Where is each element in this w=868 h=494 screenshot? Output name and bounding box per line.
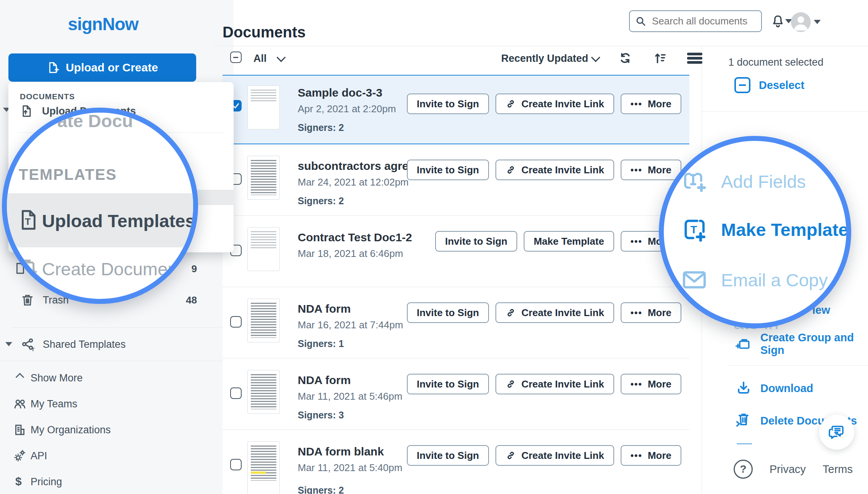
document-thumbnail[interactable] (247, 227, 280, 271)
my-organizations-label: My Organizations (31, 424, 111, 436)
sort-dropdown[interactable]: Recently Updated (501, 53, 588, 65)
svg-text:T: T (691, 223, 697, 236)
invite-to-sign-button[interactable]: Invite to Sign (435, 231, 517, 252)
document-thumbnail[interactable] (247, 441, 280, 494)
document-thumbnail[interactable] (247, 370, 280, 414)
link-icon (505, 98, 516, 109)
row-checkbox[interactable] (230, 459, 242, 470)
document-thumbnail[interactable] (247, 86, 280, 129)
create-invite-link-button[interactable]: Create Invite Link (495, 302, 614, 323)
show-more-label: Show More (31, 372, 83, 384)
make-template-button[interactable]: Make Template (524, 231, 614, 252)
search-input[interactable] (651, 15, 781, 27)
more-button[interactable]: •••More (621, 160, 681, 180)
upload-or-create-button[interactable]: Upload or Create (8, 53, 196, 82)
create-invite-link-button[interactable]: Create Invite Link (495, 160, 614, 180)
more-button[interactable]: •••More (621, 302, 681, 323)
chevron-down-icon[interactable] (591, 53, 600, 62)
document-thumbnail[interactable] (247, 156, 280, 200)
link-icon (505, 165, 516, 175)
search-bar[interactable] (629, 10, 762, 32)
create-group-and-sign-button[interactable]: Create Group and Sign (735, 331, 868, 357)
density-view-icon[interactable] (687, 53, 702, 65)
document-date: Mar 18, 2021 at 6:46pm (298, 248, 403, 260)
email-a-copy-label: Email a Copy (721, 270, 828, 291)
deselect-button[interactable]: Deselect (734, 77, 804, 93)
selected-count-label: 1 document selected (728, 57, 823, 68)
document-title[interactable]: NDA form blank (298, 445, 384, 458)
document-row[interactable]: Sample doc-3-3 Apr 2, 2021 at 2:20pm Sig… (223, 75, 689, 144)
document-row[interactable]: NDA form Mar 11, 2021 at 5:46pm Signers:… (223, 358, 689, 430)
document-row[interactable]: NDA form blank Mar 11, 2021 at 5:40pm Si… (223, 430, 689, 494)
chat-fab-button[interactable] (819, 415, 854, 450)
document-date: Mar 16, 2021 at 7:44pm (298, 319, 403, 331)
select-all-checkbox[interactable] (230, 52, 242, 63)
document-thumbnail[interactable] (247, 299, 280, 342)
share-nodes-icon: T (21, 337, 34, 351)
help-icon[interactable]: ? (734, 460, 753, 479)
document-row[interactable]: Contract Test Doc1-2 Mar 18, 2021 at 6:4… (223, 216, 689, 287)
more-button[interactable]: •••More (621, 445, 681, 466)
templates-section-header: TEMPLATES (19, 166, 117, 183)
filter-dropdown[interactable]: All (253, 53, 267, 65)
sort-order-icon[interactable] (653, 51, 667, 65)
add-fields-item[interactable]: Add Fields (681, 168, 806, 195)
avatar-caret-icon[interactable] (814, 20, 821, 24)
invite-to-sign-button[interactable]: Invite to Sign (407, 445, 489, 466)
deselect-label: Deselect (759, 79, 804, 92)
divider (214, 46, 868, 46)
invite-to-sign-button[interactable]: Invite to Sign (407, 94, 489, 114)
chevron-up-icon (16, 373, 24, 382)
avatar[interactable] (791, 12, 811, 32)
gears-icon (13, 449, 27, 463)
trash-icon (21, 293, 34, 307)
sidebar-item-my-organizations[interactable]: My Organizations (0, 423, 234, 440)
document-title[interactable]: NDA form (298, 374, 351, 387)
dropdown-documents-header: DOCUMENTS (20, 92, 75, 101)
sidebar-item-show-more[interactable]: Show More (0, 371, 234, 388)
refresh-icon[interactable] (618, 51, 632, 65)
sidebar-trash-count: 48 (170, 294, 197, 306)
document-date: Mar 11, 2021 at 5:40pm (298, 462, 402, 474)
invite-to-sign-button[interactable]: Invite to Sign (407, 374, 489, 394)
sidebar-item-my-teams[interactable]: My Teams (0, 397, 234, 414)
page-upload-icon (20, 104, 34, 118)
magnified-fragment: ate Docu (57, 110, 133, 131)
divider (737, 443, 752, 444)
terms-link[interactable]: Terms (823, 463, 853, 476)
more-button[interactable]: •••More (621, 374, 681, 394)
sidebar-item-api[interactable]: API (0, 449, 234, 466)
more-button[interactable]: •••More (621, 94, 681, 114)
download-icon (735, 380, 752, 397)
document-title[interactable]: Sample doc-3-3 (298, 86, 382, 99)
notifications-bell-icon[interactable] (770, 14, 786, 29)
divider (702, 111, 868, 112)
document-row[interactable]: NDA form Mar 16, 2021 at 7:44pm Signers:… (223, 287, 689, 358)
privacy-link[interactable]: Privacy (770, 463, 806, 476)
create-invite-link-button[interactable]: Create Invite Link (495, 445, 614, 466)
document-signers: Signers: 2 (298, 195, 344, 207)
make-template-icon: T (681, 216, 708, 243)
indeterminate-checkbox-icon (734, 77, 750, 93)
make-template-item[interactable]: T Make Template (681, 216, 848, 243)
add-fields-icon (681, 168, 708, 195)
upload-templates-label[interactable]: Upload Templates (42, 210, 195, 231)
create-invite-link-button[interactable]: Create Invite Link (495, 374, 614, 394)
chevron-down-icon[interactable] (276, 53, 286, 62)
document-row[interactable]: subcontractors agreement Mar 24, 2021 at… (223, 144, 689, 216)
invite-to-sign-button[interactable]: Invite to Sign (407, 160, 489, 180)
email-a-copy-item[interactable]: Email a Copy (681, 266, 828, 294)
briefcase-plus-icon (735, 336, 752, 352)
sidebar-item-shared-templates[interactable]: T Shared Templates (0, 337, 234, 354)
dollar-icon: $ (15, 475, 22, 488)
download-button[interactable]: Download (735, 380, 813, 397)
link-icon (505, 450, 516, 461)
create-invite-link-button[interactable]: Create Invite Link (495, 94, 614, 114)
invite-to-sign-button[interactable]: Invite to Sign (407, 302, 489, 323)
row-checkbox[interactable] (230, 316, 242, 328)
document-title[interactable]: NDA form (298, 302, 351, 315)
divider (11, 328, 223, 328)
sidebar-item-pricing[interactable]: $ Pricing (0, 475, 234, 492)
row-checkbox[interactable] (230, 387, 242, 399)
document-title[interactable]: Contract Test Doc1-2 (298, 231, 412, 244)
